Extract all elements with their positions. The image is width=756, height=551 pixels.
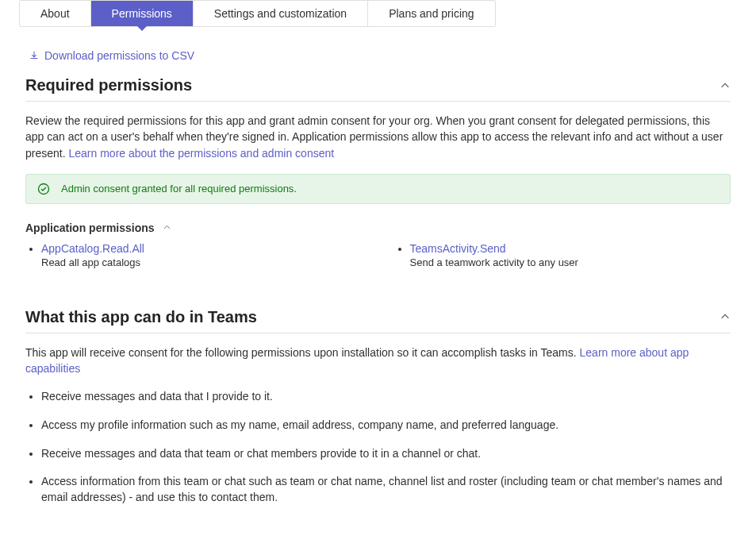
required-permissions-header: Required permissions [25,76,731,102]
permission-item: AppCatalog.Read.All Read all app catalog… [41,242,363,268]
permission-description: Send a teamwork activity to any user [410,256,731,268]
tab-permissions[interactable]: Permissions [91,1,194,26]
svg-point-0 [39,183,49,194]
application-permissions-header: Application permissions [25,222,731,234]
download-icon [29,50,40,61]
chevron-up-icon[interactable] [720,311,731,322]
checkmark-circle-icon [37,183,50,195]
capabilities-list: Receive messages and data that I provide… [25,389,731,505]
permission-name-link[interactable]: TeamsActivity.Send [410,242,506,255]
application-permissions-title: Application permissions [25,222,155,234]
tab-bar: About Permissions Settings and customiza… [19,0,496,27]
tab-about[interactable]: About [20,1,91,26]
consent-banner: Admin consent granted for all required p… [25,174,731,204]
tab-settings[interactable]: Settings and customization [194,1,368,26]
permission-description: Read all app catalogs [41,256,363,268]
learn-more-permissions-link[interactable]: Learn more about the permissions and adm… [68,147,334,160]
tab-plans[interactable]: Plans and pricing [368,1,494,26]
capability-item: Receive messages and data that team or c… [41,446,731,462]
what-app-can-do-title: What this app can do in Teams [25,308,257,326]
capability-item: Access my profile information such as my… [41,418,731,433]
permission-item: TeamsActivity.Send Send a teamwork activ… [410,242,731,268]
capability-item: Access information from this team or cha… [41,474,731,505]
application-permissions-list: AppCatalog.Read.All Read all app catalog… [25,242,731,272]
what-app-can-do-description: This app will receive consent for the fo… [25,345,731,377]
required-permissions-description: Review the required permissions for this… [25,113,731,161]
download-permissions-link[interactable]: Download permissions to CSV [29,49,194,62]
chevron-up-icon[interactable] [720,80,731,91]
required-permissions-title: Required permissions [25,76,192,94]
download-permissions-label: Download permissions to CSV [44,49,194,62]
what-app-can-do-header: What this app can do in Teams [25,308,731,333]
chevron-up-icon[interactable] [163,223,171,232]
capability-item: Receive messages and data that I provide… [41,389,731,405]
permission-name-link[interactable]: AppCatalog.Read.All [41,242,144,255]
consent-banner-text: Admin consent granted for all required p… [61,183,297,195]
